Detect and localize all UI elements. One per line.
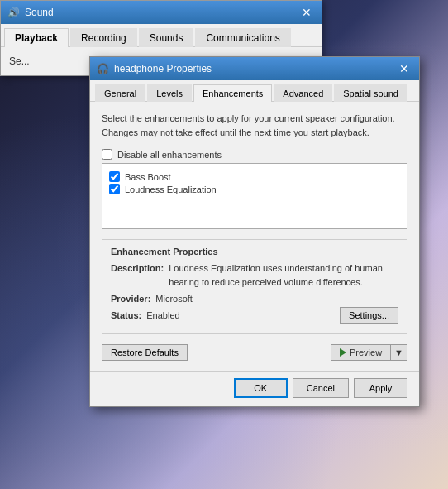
tab-sounds[interactable]: Sounds: [139, 28, 194, 47]
bass-boost-checkbox[interactable]: [109, 171, 120, 182]
tab-communications[interactable]: Communications: [195, 28, 290, 47]
hp-tab-levels[interactable]: Levels: [147, 84, 192, 102]
preview-button-group: Preview ▼: [331, 344, 407, 361]
headphone-titlebar: 🎧 headphone Properties ✕: [90, 57, 419, 80]
bottom-bar: Restore Defaults Preview ▼: [102, 344, 407, 361]
enhancement-item-loudness: Loudness Equalization: [109, 183, 400, 195]
enhancement-item-bass-boost: Bass Boost: [109, 170, 400, 183]
sound-dialog-title: Sound: [25, 7, 54, 18]
bass-boost-label: Bass Boost: [125, 172, 171, 182]
settings-button[interactable]: Settings...: [340, 307, 398, 324]
sound-close-button[interactable]: ✕: [298, 7, 315, 18]
dialog-buttons: OK Cancel Apply: [90, 371, 419, 406]
status-label: Status:: [111, 310, 141, 320]
disable-all-row: Disable all enhancements: [102, 149, 407, 160]
enhancements-description: Select the enhancements to apply for you…: [102, 112, 407, 139]
sound-tab-bar: Playback Recording Sounds Communications: [1, 24, 322, 47]
speaker-icon: 🔊: [7, 7, 20, 18]
headphone-tab-bar: General Levels Enhancements Advanced Spa…: [90, 80, 419, 102]
headphone-body: Select the enhancements to apply for you…: [90, 102, 419, 371]
enhancement-properties-section: Enhancement Properties Description: Loud…: [102, 239, 407, 334]
preview-dropdown-button[interactable]: ▼: [390, 344, 407, 361]
ok-button[interactable]: OK: [234, 378, 288, 398]
provider-label: Provider:: [111, 294, 150, 304]
description-field-label: Description:: [111, 261, 164, 289]
hp-tab-advanced[interactable]: Advanced: [274, 84, 332, 102]
headphone-dialog-title: headphone Properties: [114, 63, 212, 74]
description-row: Description: Loudness Equalization uses …: [111, 261, 398, 289]
sound-dialog-titlebar: 🔊 Sound ✕: [1, 1, 322, 24]
enhancement-properties-label: Enhancement Properties: [111, 247, 398, 256]
tab-recording[interactable]: Recording: [70, 28, 137, 47]
preview-main-button[interactable]: Preview: [331, 344, 390, 361]
disable-all-checkbox[interactable]: [102, 149, 112, 160]
chevron-down-icon: ▼: [394, 348, 403, 357]
headphone-icon: 🎧: [97, 63, 109, 74]
disable-all-label: Disable all enhancements: [117, 150, 222, 160]
hp-tab-enhancements[interactable]: Enhancements: [193, 84, 272, 102]
status-value: Enabled: [146, 310, 179, 320]
hp-tab-spatial-sound[interactable]: Spatial sound: [334, 84, 407, 102]
headphone-close-button[interactable]: ✕: [396, 63, 412, 74]
sound-body-text: Se...: [9, 55, 30, 67]
description-field-value: Loudness Equalization uses understanding…: [169, 261, 398, 289]
enhancements-list-box: Bass Boost Loudness Equalization: [102, 163, 407, 229]
loudness-eq-checkbox[interactable]: [109, 184, 120, 194]
preview-label: Preview: [350, 348, 382, 357]
provider-row: Provider: Microsoft: [111, 294, 398, 304]
headphone-properties-dialog: 🎧 headphone Properties ✕ General Levels …: [89, 56, 420, 407]
restore-defaults-button[interactable]: Restore Defaults: [102, 344, 188, 361]
titlebar-left: 🔊 Sound: [7, 7, 54, 18]
loudness-eq-label: Loudness Equalization: [125, 185, 217, 194]
tab-playback[interactable]: Playback: [4, 28, 69, 47]
headphone-titlebar-left: 🎧 headphone Properties: [97, 63, 212, 74]
status-row: Status: Enabled Settings...: [111, 307, 398, 324]
provider-value: Microsoft: [155, 294, 193, 304]
play-icon: [340, 348, 346, 357]
cancel-button[interactable]: Cancel: [293, 378, 349, 398]
titlebar-controls: ✕: [298, 7, 315, 19]
apply-button[interactable]: Apply: [354, 378, 407, 398]
hp-tab-general[interactable]: General: [95, 84, 145, 102]
